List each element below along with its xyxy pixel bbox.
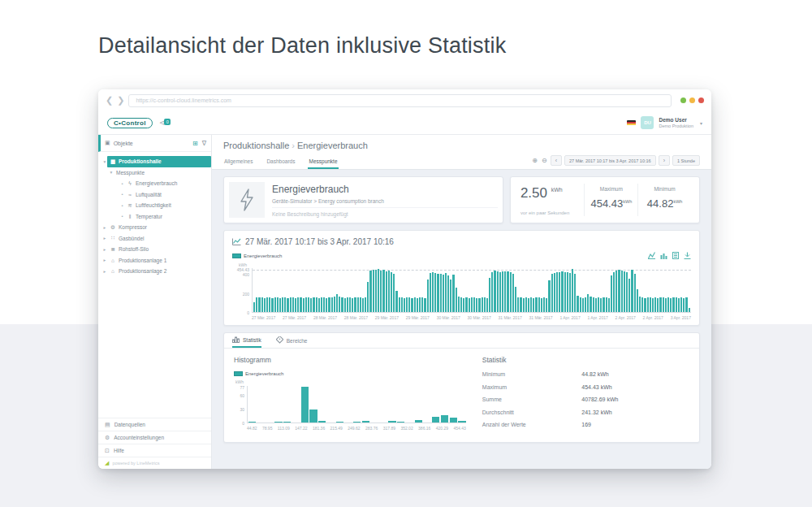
chart-bar: [471, 297, 473, 312]
chart-bar: [344, 298, 346, 312]
app-logo[interactable]: C•Control: [107, 118, 153, 128]
stats-tab-bereiche[interactable]: Bereiche: [276, 333, 308, 348]
sidebar-item-produktionsanlage-1[interactable]: ▸⌂Produktionsanlage 1: [98, 255, 211, 266]
sidebar-item-energieverbrauch[interactable]: •ϟEnergieverbrauch: [98, 178, 211, 189]
histogram-legend-label[interactable]: Energieverbrauch: [245, 371, 283, 376]
chart-bar: [415, 420, 422, 422]
download-icon[interactable]: [684, 252, 691, 259]
chart-bar: [369, 271, 371, 312]
data-table-icon[interactable]: [672, 252, 679, 259]
browser-back-icon[interactable]: ❮: [106, 96, 113, 105]
tree-view-icon[interactable]: ⊞: [192, 140, 198, 147]
date-next-button[interactable]: ›: [659, 155, 670, 166]
sidebar-footer-hilfe[interactable]: ⊡Hilfe: [98, 444, 211, 457]
x-axis-tick: 1 Apr. 2017: [559, 315, 580, 320]
chart-bar: [590, 297, 591, 312]
chart-bar: [397, 422, 404, 422]
zoom-in-icon[interactable]: ⊕: [531, 157, 538, 164]
sidebar-item-luftfeuchtigkeit[interactable]: •≋Luftfeuchtigkeit: [98, 200, 211, 211]
bolt-icon: ϟ: [127, 180, 133, 186]
tree-item-label: Luftfeuchtigkeit: [136, 202, 171, 208]
chart-bar: [567, 272, 568, 313]
timeseries-plot[interactable]: [252, 268, 691, 313]
window-maximize-button[interactable]: [689, 98, 695, 103]
line-chart-icon: [232, 238, 241, 245]
sidebar-item-gasb-ndel[interactable]: ▸∷Gasbündel: [98, 233, 211, 245]
language-flag-icon[interactable]: [627, 120, 636, 126]
maximum-value: 454.43kWh: [585, 197, 637, 210]
url-bar[interactable]: https://c-control-cloud.linemetrics.com: [128, 94, 672, 107]
chart-bar: [639, 297, 641, 312]
chart-bar: [611, 275, 612, 312]
avatar[interactable]: DU: [641, 116, 654, 129]
x-axis-labels: 27 Mär. 201727 Mär. 201728 Mär. 201728 M…: [252, 315, 691, 320]
bar-chart-toggle-icon[interactable]: [660, 252, 667, 259]
x-axis-tick: 215.49: [330, 426, 343, 431]
filter-icon[interactable]: ∇: [202, 140, 206, 147]
breadcrumb-separator: ›: [292, 141, 295, 150]
chart-bar: [271, 298, 273, 312]
zoom-out-icon[interactable]: ⊖: [541, 157, 548, 164]
chart-bar: [465, 297, 467, 312]
sidebar-item-messpunkte[interactable]: ▾Messpunkte: [98, 167, 211, 179]
sidebar-item-rohstoff-silo[interactable]: ▸≣Rohstoff-Silo: [98, 244, 211, 255]
sidebar-item-temperatur[interactable]: •‖Temperatur: [98, 211, 211, 223]
sidebar-item-luftqualit-t[interactable]: •≈Luftqualität: [98, 189, 211, 201]
tab-allgemeines[interactable]: Allgemeines: [223, 154, 253, 169]
browser-forward-icon[interactable]: ❯: [117, 96, 124, 105]
x-axis-tick: 181.36: [313, 426, 325, 431]
stat-value: 40782.69 kWh: [581, 396, 618, 402]
user-menu[interactable]: DU Demo User Demo Produktion ▾: [627, 116, 702, 129]
minimum-column: Minimum 44.82kWh: [637, 184, 691, 216]
x-axis-tick: 28 Mär. 2017: [344, 315, 368, 320]
chart-bar: [613, 272, 615, 312]
sidebar-footer-accounteinstellungen[interactable]: ⚙Accounteinstellungen: [98, 431, 211, 444]
date-prev-button[interactable]: ‹: [551, 155, 562, 166]
gear-icon: ⚙: [105, 435, 110, 441]
chart-bar: [375, 270, 377, 312]
objects-icon: ▣: [105, 140, 110, 146]
histogram-panel: Histogramm Energieverbrauch kWh 7760300: [234, 354, 466, 435]
statistics-tab-bar: StatistikBereiche: [224, 333, 699, 349]
datasource-icon: ▤: [105, 422, 110, 428]
notifications[interactable]: ⊲ 0: [159, 119, 171, 127]
stats-tab-statistik[interactable]: Statistik: [232, 333, 261, 348]
tab-messpunkte[interactable]: Messpunkte: [308, 154, 338, 169]
window-minimize-button[interactable]: [680, 98, 686, 103]
window-close-button[interactable]: [698, 98, 704, 103]
histogram-plot[interactable]: [247, 386, 466, 423]
chart-bar: [445, 273, 447, 312]
chart-bar: [295, 298, 296, 312]
chart-bar: [264, 298, 266, 312]
interval-select[interactable]: 1 Stunde: [672, 155, 700, 166]
chart-bar: [427, 280, 429, 312]
chart-bar: [274, 297, 276, 312]
stat-row: Maximum454.43 kWh: [482, 384, 689, 390]
tab-bar: AllgemeinesDashboardsMesspunkte ⊕ ⊖ ‹ 27…: [212, 153, 711, 170]
chart-bar: [533, 298, 534, 312]
sidebar-item-produktionsanlage-2[interactable]: ▸⌂Produktionsanlage 2: [98, 266, 211, 277]
chart-bar: [434, 273, 436, 312]
chart-bar: [367, 282, 369, 312]
sidebar-header: ▣ Objekte ⊞ ∇: [98, 135, 211, 152]
legend-label[interactable]: Energieverbrauch: [244, 254, 282, 258]
chart-bar: [657, 298, 659, 312]
chart-bar: [603, 297, 604, 312]
breadcrumb-parent[interactable]: Produktionshalle: [223, 141, 289, 150]
sidebar-footer-datenquellen[interactable]: ▤Datenquellen: [98, 418, 211, 431]
sidebar-item-kompressor[interactable]: ▸⚙Kompressor: [98, 222, 211, 233]
chevron-down-icon: ▾: [700, 120, 702, 126]
x-axis-tick: 113.09: [278, 426, 290, 431]
tree-item-label: Produktionshalle: [119, 158, 162, 164]
line-chart-toggle-icon[interactable]: [648, 252, 655, 259]
date-range-button[interactable]: 27 Mär. 2017 10:17 bis 3 Apr. 2017 10:16: [564, 155, 656, 166]
chart-bar: [541, 298, 542, 312]
air-quality-icon: ≈: [127, 192, 133, 197]
bolt-icon: [229, 182, 265, 218]
sidebar-footer-label: Datenquellen: [114, 422, 145, 427]
tab-dashboards[interactable]: Dashboards: [266, 154, 296, 169]
sidebar-item-produktionshalle[interactable]: ▾▦Produktionshalle: [98, 156, 211, 167]
chart-bar: [504, 271, 506, 312]
notification-badge: 0: [164, 119, 171, 125]
chart-bar: [667, 297, 669, 312]
